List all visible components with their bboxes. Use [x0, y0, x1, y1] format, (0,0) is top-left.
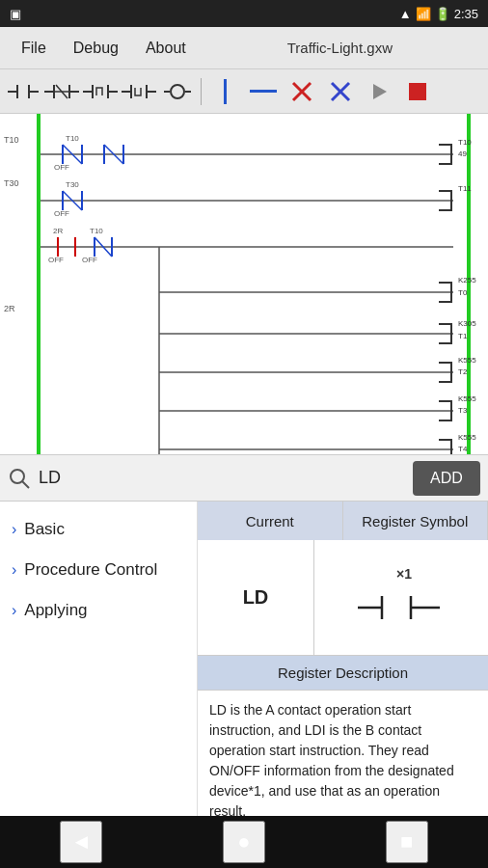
svg-point-19: [171, 85, 184, 98]
status-bar: ▣ ▲ 📶 🔋 2:35: [0, 0, 488, 27]
sim-icon: ▣: [10, 7, 21, 21]
register-symbol-cell: ×1: [314, 540, 488, 655]
svg-text:T2: T2: [458, 367, 468, 376]
delete-contact-btn[interactable]: [285, 74, 319, 109]
debug-menu[interactable]: Debug: [60, 34, 132, 63]
svg-text:OFF: OFF: [54, 209, 69, 218]
status-right: ▲ 📶 🔋 2:35: [399, 7, 478, 21]
stop-btn[interactable]: [400, 74, 435, 109]
svg-text:2R: 2R: [4, 304, 15, 313]
nav-item-procedure-control[interactable]: › Procedure Control: [0, 550, 197, 590]
register-description-body: LD is the A contact operation start inst…: [198, 691, 488, 831]
nav-label-basic: Basic: [24, 519, 65, 540]
svg-text:49: 49: [458, 149, 467, 158]
svg-text:K555: K555: [458, 356, 476, 365]
ladder-diagram: T10 T30 2R 3R T10 OFF T10 49 T30 OFF T11: [0, 114, 488, 455]
register-symbol-header: Register Symbol: [343, 502, 489, 540]
left-nav: › Basic › Procedure Control › Applying: [0, 502, 198, 868]
horizontal-line-btn[interactable]: [246, 74, 281, 109]
svg-text:×1: ×1: [396, 566, 412, 582]
recents-button[interactable]: ■: [386, 821, 428, 863]
svg-text:T10: T10: [66, 134, 79, 143]
svg-marker-25: [373, 84, 387, 99]
search-icon: [8, 467, 31, 490]
about-menu[interactable]: About: [132, 34, 200, 63]
battery-icon: 🔋: [435, 7, 450, 21]
symbol-area: LD ×1: [198, 540, 488, 656]
current-header: Current: [198, 502, 343, 540]
toolbar: [0, 69, 488, 114]
nav-label-applying: Applying: [24, 600, 87, 621]
svg-text:K255: K255: [458, 276, 476, 285]
home-button[interactable]: ●: [223, 821, 265, 863]
svg-text:OFF: OFF: [48, 256, 64, 264]
toolbar-divider-1: [201, 78, 202, 105]
current-value: LD: [198, 540, 314, 655]
normally-closed-contact-btn[interactable]: [44, 74, 79, 109]
svg-text:T1: T1: [458, 332, 468, 340]
search-input[interactable]: LD: [39, 462, 405, 495]
right-content: Current Register Symbol LD ×1 Register D…: [198, 502, 488, 868]
add-button[interactable]: ADD: [413, 461, 480, 496]
vertical-line-btn[interactable]: [207, 74, 242, 109]
svg-text:T10: T10: [90, 227, 103, 235]
negative-pulse-btn[interactable]: [122, 74, 156, 109]
back-button[interactable]: ◄: [60, 821, 102, 863]
chevron-applying-icon: ›: [12, 602, 16, 619]
svg-text:K555: K555: [458, 394, 476, 403]
status-left: ▣: [10, 7, 21, 21]
svg-text:K555: K555: [458, 433, 476, 442]
nav-item-basic[interactable]: › Basic: [0, 509, 197, 550]
svg-text:T3: T3: [458, 406, 468, 415]
run-btn[interactable]: [362, 74, 396, 109]
svg-text:T0: T0: [458, 288, 468, 297]
signal-icon: 📶: [416, 7, 431, 21]
android-nav-bar: ◄ ● ■: [0, 816, 488, 868]
svg-text:T30: T30: [4, 178, 19, 188]
positive-pulse-btn[interactable]: [83, 74, 118, 109]
svg-text:T11: T11: [458, 184, 472, 193]
svg-text:2R: 2R: [53, 227, 63, 235]
svg-text:T4: T4: [458, 445, 468, 453]
ld-symbol-svg: ×1: [353, 559, 449, 637]
svg-point-86: [11, 470, 24, 483]
svg-line-87: [22, 481, 29, 488]
normally-open-contact-btn[interactable]: [6, 74, 41, 109]
bottom-panel: › Basic › Procedure Control › Applying C…: [0, 502, 488, 868]
search-bar: LD ADD: [0, 455, 488, 502]
nav-label-procedure-control: Procedure Control: [24, 559, 157, 581]
content-header: Current Register Symbol: [198, 502, 488, 540]
time-display: 2:35: [454, 7, 478, 21]
chevron-procedure-icon: ›: [12, 561, 16, 579]
output-coil-btn[interactable]: [160, 74, 195, 109]
svg-text:OFF: OFF: [54, 163, 69, 172]
file-menu[interactable]: File: [8, 34, 60, 63]
svg-text:K305: K305: [458, 319, 476, 328]
svg-text:T30: T30: [66, 180, 79, 189]
chevron-basic-icon: ›: [12, 521, 16, 538]
menu-bar: File Debug About Traffic-Light.gxw: [0, 27, 488, 69]
wifi-icon: ▲: [399, 7, 412, 21]
svg-text:T10: T10: [4, 135, 19, 145]
delete-coil-btn[interactable]: [323, 74, 358, 109]
window-title: Traffic-Light.gxw: [200, 40, 480, 56]
nav-item-applying[interactable]: › Applying: [0, 590, 197, 631]
svg-text:OFF: OFF: [82, 256, 97, 264]
register-description-header: Register Description: [198, 656, 488, 691]
svg-text:T10: T10: [458, 138, 472, 147]
